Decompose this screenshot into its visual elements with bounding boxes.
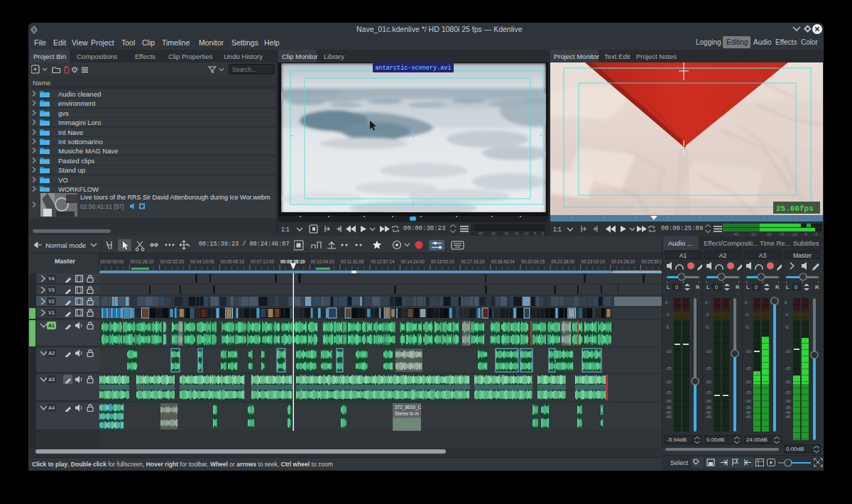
svg-text:-2: -2: [540, 231, 545, 236]
svg-text:-2: -2: [814, 232, 818, 236]
svg-text:-20: -20: [503, 231, 509, 236]
svg-text:-45: -45: [733, 232, 739, 236]
svg-text:00:05:45:15: 00:05:45:15: [220, 259, 244, 264]
svg-text:-10: -10: [791, 232, 797, 236]
svg-text:00:25:55:04: 00:25:55:04: [641, 259, 662, 264]
svg-text:00:02:52:20: 00:02:52:20: [160, 259, 185, 264]
svg-text:00:07:12:00: 00:07:12:00: [251, 259, 275, 264]
svg-text:00:17:16:20: 00:17:16:20: [461, 259, 485, 264]
svg-text:372_8616_C: 372_8616_C: [395, 405, 422, 410]
svg-text:00:21:36:00: 00:21:36:00: [551, 259, 575, 264]
svg-text:-5: -5: [532, 231, 537, 236]
svg-text:Stereo to m: Stereo to m: [395, 411, 419, 416]
svg-text:00:01:26:10: 00:01:26:10: [130, 259, 154, 264]
svg-text:-20: -20: [765, 232, 772, 236]
svg-text:Normal mode: Normal mode: [45, 241, 86, 249]
svg-text:00:18:43:04: 00:18:43:04: [491, 259, 515, 264]
svg-text:00:12:57:14: 00:12:57:14: [371, 259, 395, 264]
svg-text:1:1: 1:1: [281, 226, 290, 233]
svg-text:00:11:31:05: 00:11:31:05: [341, 259, 364, 264]
svg-text:00:23:02:10: 00:23:02:10: [581, 259, 606, 264]
svg-text:00:15:50:10: 00:15:50:10: [431, 259, 455, 264]
svg-text:-30: -30: [490, 231, 496, 236]
svg-text:00:08:38:10: 00:08:38:10: [280, 259, 305, 264]
svg-text:00:14:24:00: 00:14:24:00: [401, 259, 425, 264]
svg-text:-30: -30: [750, 232, 756, 236]
svg-text:-15: -15: [778, 232, 785, 236]
svg-text:00:10:04:20: 00:10:04:20: [310, 259, 334, 264]
svg-text:25.00fps: 25.00fps: [776, 204, 814, 213]
svg-text:antarctic-scenery.avi: antarctic-scenery.avi: [375, 65, 451, 72]
svg-text:-45: -45: [477, 231, 484, 236]
svg-text:00:20:09:15: 00:20:09:15: [521, 259, 545, 264]
svg-text:00:24:28:20: 00:24:28:20: [611, 259, 635, 264]
svg-text:00:04:19:05: 00:04:19:05: [190, 259, 214, 264]
svg-text:-15: -15: [513, 231, 519, 236]
svg-text:1:1: 1:1: [553, 226, 562, 233]
svg-text:00:00:00:00: 00:00:00:00: [100, 259, 124, 264]
svg-text:-10: -10: [523, 231, 529, 236]
svg-text:-5: -5: [804, 232, 808, 236]
